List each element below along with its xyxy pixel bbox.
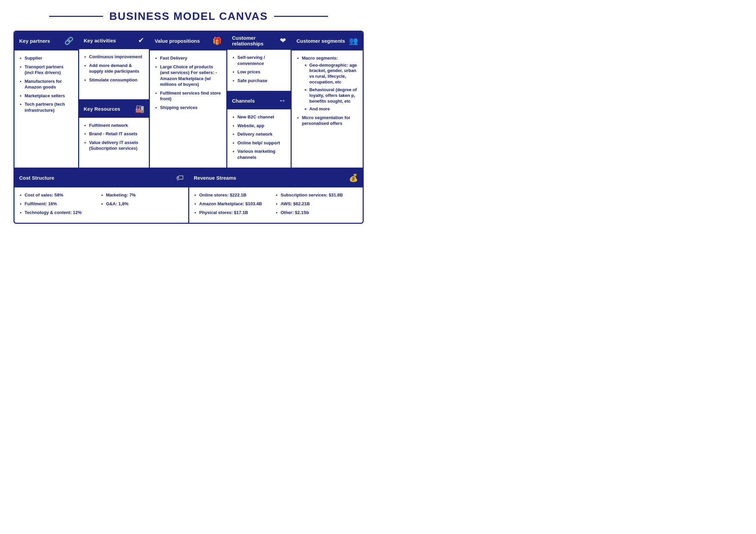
col-activities: Key activities ✔ Continuous improvement … bbox=[79, 32, 150, 168]
key-resources-body: Fulfilment network Brand - Retail IT ass… bbox=[79, 118, 149, 168]
list-item: Fulfilment services find store front) bbox=[155, 90, 221, 102]
revenue-streams-title: Revenue Streams bbox=[194, 175, 236, 181]
cost-structure-icon: 🏷 bbox=[176, 174, 184, 182]
list-item: AWS: $62.21B bbox=[276, 201, 357, 207]
page-title-area: BUSINESS MODEL CANVAS bbox=[13, 10, 364, 23]
list-item: Continuous improvement bbox=[85, 54, 144, 60]
list-item: Supplier bbox=[20, 55, 73, 61]
list-item: Marketplace sellers bbox=[20, 93, 73, 99]
key-partners-cell: Key partners 🔗 Supplier Transport partne… bbox=[14, 32, 79, 168]
title-line-right bbox=[274, 16, 328, 17]
revenue-body-inner: Online stores: $222.1B Amazon Marketplac… bbox=[195, 192, 358, 218]
key-partners-title: Key partners bbox=[19, 38, 50, 44]
col-relationships: Customer relationships ❤ Self-serving / … bbox=[227, 32, 292, 168]
list-item: ○Behavioural (degree of loyalty, offers … bbox=[304, 87, 357, 104]
channels-header: Channels ↔ bbox=[227, 92, 291, 109]
key-partners-header: Key partners 🔗 bbox=[14, 32, 78, 50]
list-item: Transport partners (incl Flex drivers) bbox=[20, 64, 73, 76]
value-propositions-title: Value propositions bbox=[155, 38, 200, 44]
customer-segments-title: Customer segments bbox=[296, 38, 345, 44]
list-item: Self-serving / convenience bbox=[233, 55, 286, 66]
customer-segments-list: Macro segments: ○Geo-demographic: age br… bbox=[297, 55, 357, 127]
key-activities-title: Key activities bbox=[84, 38, 116, 43]
list-item: Low prices bbox=[233, 69, 286, 75]
canvas-outer: Key partners 🔗 Supplier Transport partne… bbox=[13, 31, 364, 224]
revenue-streams-cell: Revenue Streams 💰 Online stores: $222.1B… bbox=[189, 169, 363, 223]
channels-list: New B2C channel Website, app Delivery ne… bbox=[233, 114, 286, 160]
customer-relationships-icon: ❤ bbox=[280, 36, 286, 45]
customer-segments-icon: 👥 bbox=[349, 37, 358, 45]
list-item: Shipping services bbox=[155, 105, 221, 111]
list-item: ○Geo-demographic: age bracket, gender, u… bbox=[304, 63, 357, 85]
customer-relationships-header: Customer relationships ❤ bbox=[227, 32, 291, 50]
customer-relationships-title: Customer relationships bbox=[232, 35, 277, 46]
key-activities-body: Continuous improvement Add more demand &… bbox=[79, 49, 149, 99]
key-partners-icon: 🔗 bbox=[64, 37, 73, 45]
customer-segments-header: Customer segments 👥 bbox=[292, 32, 363, 50]
key-resources-icon: 🏭 bbox=[135, 105, 144, 113]
key-resources-cell: Key Resources 🏭 Fulfilment network Brand… bbox=[79, 100, 149, 168]
list-item: Brand - Retail IT assets bbox=[85, 131, 144, 137]
bottom-row: Cost Structure 🏷 Cost of sales: 58% Fulf… bbox=[14, 169, 363, 223]
revenue-list-1: Online stores: $222.1B Amazon Marketplac… bbox=[195, 192, 276, 215]
list-item: Amazon Marketplace: $103.4B bbox=[195, 201, 276, 207]
revenue-col-2: Subscription services: $31.8B AWS: $62.2… bbox=[276, 192, 357, 218]
list-item: Various marketing channels bbox=[233, 148, 286, 160]
value-propositions-icon: 🎁 bbox=[212, 37, 222, 45]
list-item: Website, app bbox=[233, 123, 286, 129]
key-partners-list: Supplier Transport partners (incl Flex d… bbox=[20, 55, 73, 113]
list-item: Micro segmentation for personalised offe… bbox=[297, 115, 357, 127]
customer-relationships-cell: Customer relationships ❤ Self-serving / … bbox=[227, 32, 291, 92]
revenue-streams-body: Online stores: $222.1B Amazon Marketplac… bbox=[189, 187, 363, 223]
customer-segments-cell: Customer segments 👥 Macro segments: ○Geo… bbox=[292, 32, 363, 168]
key-resources-title: Key Resources bbox=[84, 106, 120, 112]
revenue-streams-header: Revenue Streams 💰 bbox=[189, 169, 363, 187]
cost-structure-header: Cost Structure 🏷 bbox=[14, 169, 188, 187]
list-item: Cost of sales: 58% bbox=[20, 192, 101, 198]
customer-relationships-body: Self-serving / convenience Low prices Sa… bbox=[227, 50, 291, 91]
value-propositions-cell: Value propositions 🎁 Fast Delivery Large… bbox=[150, 32, 227, 168]
key-activities-cell: Key activities ✔ Continuous improvement … bbox=[79, 32, 149, 100]
customer-relationships-list: Self-serving / convenience Low prices Sa… bbox=[233, 55, 286, 83]
key-resources-header: Key Resources 🏭 bbox=[79, 100, 149, 118]
list-item: Technology & content: 12% bbox=[20, 210, 101, 216]
list-item: Safe purchase bbox=[233, 78, 286, 84]
revenue-col-1: Online stores: $222.1B Amazon Marketplac… bbox=[195, 192, 276, 218]
cost-structure-title: Cost Structure bbox=[19, 175, 54, 181]
key-activities-icon: ✔ bbox=[138, 36, 144, 45]
cost-list-2: Marketing: 7% G&A: 1,8% bbox=[101, 192, 183, 207]
page-title: BUSINESS MODEL CANVAS bbox=[109, 10, 268, 23]
list-item: Add more demand & supply side participan… bbox=[85, 63, 144, 74]
list-item: G&A: 1,8% bbox=[101, 201, 183, 207]
channels-icon: ↔ bbox=[278, 96, 286, 105]
list-item: ○And more bbox=[304, 106, 357, 112]
cost-col-1: Cost of sales: 58% Fulfilment: 16% Techn… bbox=[20, 192, 101, 218]
title-line-left bbox=[49, 16, 103, 17]
customer-segments-body: Macro segments: ○Geo-demographic: age br… bbox=[292, 50, 363, 168]
channels-title: Channels bbox=[232, 98, 255, 104]
list-item: New B2C channel bbox=[233, 114, 286, 120]
revenue-streams-icon: 💰 bbox=[349, 174, 358, 182]
list-item: Manufacturers for Amazon goods bbox=[20, 78, 73, 90]
channels-body: New B2C channel Website, app Delivery ne… bbox=[227, 109, 291, 168]
list-item: Fulfilment network bbox=[85, 122, 144, 129]
cost-col-2: Marketing: 7% G&A: 1,8% bbox=[101, 192, 183, 218]
list-item: Other: $2.1Sb bbox=[276, 210, 357, 216]
list-item: Macro segments: ○Geo-demographic: age br… bbox=[297, 55, 357, 112]
cost-body-inner: Cost of sales: 58% Fulfilment: 16% Techn… bbox=[20, 192, 183, 218]
value-propositions-header: Value propositions 🎁 bbox=[150, 32, 226, 50]
list-item: Stimulate consumption bbox=[85, 77, 144, 83]
key-resources-list: Fulfilment network Brand - Retail IT ass… bbox=[85, 122, 144, 151]
key-activities-list: Continuous improvement Add more demand &… bbox=[85, 54, 144, 83]
list-item: Tech partners (tech infrastructure) bbox=[20, 101, 73, 113]
top-row: Key partners 🔗 Supplier Transport partne… bbox=[14, 32, 363, 169]
cost-list-1: Cost of sales: 58% Fulfilment: 16% Techn… bbox=[20, 192, 101, 215]
list-item: Fulfilment: 16% bbox=[20, 201, 101, 207]
cost-structure-body: Cost of sales: 58% Fulfilment: 16% Techn… bbox=[14, 187, 188, 223]
revenue-list-2: Subscription services: $31.8B AWS: $62.2… bbox=[276, 192, 357, 215]
list-item: Physical stores: $17.1B bbox=[195, 210, 276, 216]
sub-list: ○Geo-demographic: age bracket, gender, u… bbox=[302, 63, 357, 112]
value-propositions-body: Fast Delivery Large Choice of products (… bbox=[150, 50, 226, 168]
list-item: Subscription services: $31.8B bbox=[276, 192, 357, 198]
list-item: Fast Delivery bbox=[155, 55, 221, 61]
